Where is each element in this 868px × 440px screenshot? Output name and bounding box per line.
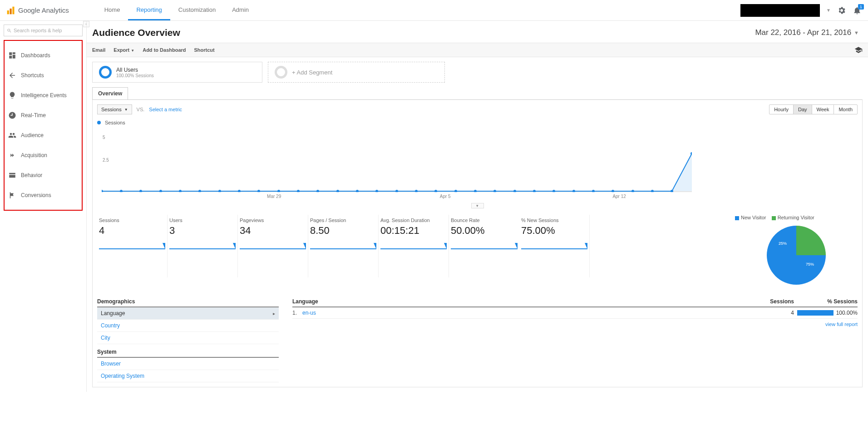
row-sessions: 4 (762, 310, 794, 316)
dimension-list: Demographics Language▸ Country City Syst… (97, 298, 279, 382)
system-header: System (97, 349, 279, 358)
metric-sessions[interactable]: Sessions4 (97, 215, 168, 277)
donut-icon (99, 66, 112, 79)
sidebar-item-conversions[interactable]: Conversions (6, 185, 80, 205)
legend-swatch-icon (772, 216, 776, 220)
svg-point-8 (159, 190, 162, 192)
svg-point-14 (277, 190, 280, 192)
metric-session-duration[interactable]: Avg. Session Duration00:15:21 (379, 215, 449, 277)
metric-users[interactable]: Users3 (168, 215, 238, 277)
sessions-line-chart[interactable]: 5 2.5 Mar 29 Apr 5 Apr 12 (97, 129, 858, 202)
sidebar-item-audience[interactable]: Audience (6, 125, 80, 145)
segment-all-users[interactable]: All Users 100.00% Sessions (92, 62, 262, 83)
report-toolbar: Email Export ▼ Add to Dashboard Shortcut (87, 43, 868, 57)
add-segment-label: + Add Segment (292, 69, 332, 76)
chevron-right-icon: ▸ (273, 311, 275, 316)
add-segment-button[interactable]: + Add Segment (268, 62, 445, 83)
svg-point-19 (375, 190, 378, 192)
segment-title: All Users (116, 67, 154, 73)
toolbar-add-dashboard[interactable]: Add to Dashboard (143, 47, 186, 53)
svg-point-26 (513, 190, 516, 192)
account-caret-icon[interactable]: ▼ (826, 8, 831, 13)
sidebar-item-acquisition[interactable]: Acquisition (6, 145, 80, 165)
y-tick: 5 (103, 135, 105, 140)
shortcuts-icon (8, 71, 16, 79)
sidebar-item-realtime[interactable]: Real-Time (6, 105, 80, 125)
line-chart-svg (102, 142, 692, 192)
metric-pageviews[interactable]: Pageviews34 (238, 215, 308, 277)
education-icon[interactable] (854, 46, 863, 54)
select-metric-link[interactable]: Select a metric (149, 107, 182, 112)
title-row: Audience Overview Mar 22, 2016 - Apr 21,… (87, 21, 868, 43)
nav-home[interactable]: Home (96, 0, 128, 20)
svg-point-6 (120, 190, 123, 192)
dim-language[interactable]: Language▸ (97, 307, 279, 320)
toolbar-email[interactable]: Email (92, 47, 105, 53)
dim-browser[interactable]: Browser (97, 358, 279, 370)
primary-metric-dropdown[interactable]: Sessions▼ (97, 104, 132, 114)
tabs: Overview (92, 87, 863, 99)
time-day[interactable]: Day (793, 105, 812, 114)
sidebar-item-label: Conversions (21, 192, 51, 198)
time-hourly[interactable]: Hourly (769, 105, 793, 114)
sidebar-item-intelligence[interactable]: Intelligence Events (6, 85, 80, 105)
metric-new-sessions[interactable]: % New Sessions75.00% (519, 215, 590, 277)
row-language-link[interactable]: en-us (302, 310, 762, 316)
svg-point-15 (297, 190, 300, 192)
logo[interactable]: Google Analytics (6, 6, 69, 15)
toolbar-export[interactable]: Export ▼ (113, 47, 134, 53)
overview-panel: Sessions▼ VS. Select a metric Hourly Day… (92, 99, 863, 387)
sidebar-item-label: Behavior (21, 172, 42, 178)
sidebar-item-label: Audience (21, 132, 44, 138)
donut-icon (275, 66, 287, 79)
time-week[interactable]: Week (812, 105, 834, 114)
gear-icon[interactable] (837, 6, 846, 15)
svg-point-11 (218, 190, 221, 192)
top-nav: Home Reporting Customization Admin (96, 0, 257, 20)
x-axis-labels: Mar 29 Apr 5 Apr 12 (102, 194, 853, 200)
segments-row: All Users 100.00% Sessions + Add Segment (92, 62, 863, 83)
visitor-pie-chart[interactable]: 25% 75% (767, 226, 826, 285)
segment-subtitle: 100.00% Sessions (116, 73, 154, 78)
date-range-label: Mar 22, 2016 - Apr 21, 2016 (755, 28, 851, 37)
tab-overview[interactable]: Overview (92, 87, 128, 99)
table-row[interactable]: 1. en-us 4 100.00% (292, 307, 858, 319)
sidebar-item-dashboards[interactable]: Dashboards (6, 45, 80, 65)
search-input[interactable]: Search reports & help (4, 25, 83, 36)
toolbar-shortcut[interactable]: Shortcut (194, 47, 215, 53)
dim-os[interactable]: Operating System (97, 370, 279, 382)
dim-country[interactable]: Country (97, 320, 279, 332)
view-full-report-link[interactable]: view full report (292, 321, 858, 327)
svg-point-10 (198, 190, 201, 192)
top-header: Google Analytics Home Reporting Customiz… (0, 0, 868, 21)
pie-slice-label: 25% (779, 241, 787, 246)
svg-point-9 (179, 190, 182, 192)
sidebar-item-behavior[interactable]: Behavior (6, 165, 80, 185)
nav-reporting[interactable]: Reporting (128, 0, 170, 20)
svg-point-33 (651, 190, 654, 192)
metric-bounce-rate[interactable]: Bounce Rate50.00% (449, 215, 519, 277)
bell-icon[interactable]: 1 (853, 6, 862, 15)
date-range-picker[interactable]: Mar 22, 2016 - Apr 21, 2016 ▼ (755, 28, 859, 37)
nav-customization[interactable]: Customization (170, 0, 224, 20)
sidebar-item-shortcuts[interactable]: Shortcuts (6, 65, 80, 85)
svg-point-7 (139, 190, 142, 192)
nav-admin[interactable]: Admin (224, 0, 257, 20)
pct-bar (797, 310, 833, 316)
sidebar-item-label: Dashboards (21, 52, 50, 59)
chart-expand-handle[interactable]: ▾ (471, 203, 484, 208)
svg-point-32 (631, 190, 634, 192)
analytics-logo-icon (6, 6, 15, 15)
col-language: Language (292, 298, 762, 305)
account-selector[interactable] (740, 4, 820, 17)
svg-rect-1 (10, 8, 12, 14)
dim-city[interactable]: City (97, 332, 279, 344)
svg-point-27 (533, 190, 536, 192)
svg-point-31 (612, 190, 614, 192)
sidebar-item-label: Acquisition (21, 152, 47, 158)
demographics-header: Demographics (97, 298, 279, 307)
visitor-pie-section: New Visitor Returning Visitor 25% 75% (735, 215, 858, 285)
time-month[interactable]: Month (833, 105, 857, 114)
metric-pages-session[interactable]: Pages / Session8.50 (308, 215, 379, 277)
row-index: 1. (292, 310, 302, 316)
